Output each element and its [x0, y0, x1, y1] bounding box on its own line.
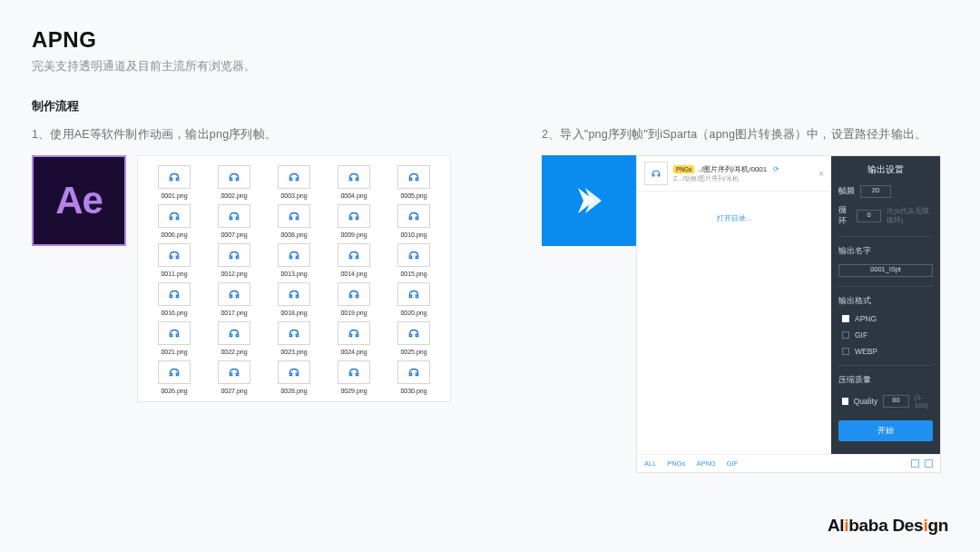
page-subtitle: 完美支持透明通道及目前主流所有浏览器。: [32, 58, 948, 74]
file-name: 0008.png: [280, 232, 307, 238]
file-name: 0014.png: [340, 271, 367, 277]
page-title: APNG: [32, 27, 948, 53]
file-item[interactable]: 0006.png: [149, 204, 200, 238]
file-item[interactable]: 0025.png: [388, 321, 439, 355]
ae-logo-text: Ae: [55, 179, 103, 222]
headphones-icon: [158, 321, 191, 345]
file-item[interactable]: 0011.png: [149, 243, 200, 277]
quality-input[interactable]: 80: [883, 395, 909, 408]
brand-label: Alibaba Design: [828, 516, 948, 536]
file-name: 0024.png: [340, 349, 367, 355]
file-name: 0011.png: [161, 271, 187, 277]
loop-label: 循环: [838, 205, 851, 227]
file-name: 0030.png: [400, 388, 426, 394]
file-item[interactable]: 0010.png: [388, 204, 439, 238]
filter-pngs[interactable]: PNGs: [667, 459, 685, 468]
headphones-icon: [158, 165, 191, 189]
headphones-icon: [218, 165, 250, 189]
webp-checkbox[interactable]: [842, 348, 849, 355]
headphones-icon: [218, 243, 250, 267]
file-item[interactable]: 0028.png: [269, 360, 319, 394]
headphones-icon: [218, 360, 250, 384]
fps-label: 帧频: [838, 186, 855, 197]
start-button[interactable]: 开始: [838, 420, 933, 441]
file-item[interactable]: 0003.png: [269, 165, 319, 199]
isparta-logo: [542, 155, 636, 246]
fmt-apng: APNG: [855, 314, 877, 323]
file-item[interactable]: 0005.png: [388, 165, 439, 199]
file-name: 0023.png: [280, 349, 307, 355]
headphones-icon: [278, 360, 310, 384]
open-directory-link[interactable]: 打开目录...: [637, 192, 831, 454]
headphones-icon: [158, 360, 191, 384]
quality-name: Quality: [854, 397, 877, 406]
file-name: 0016.png: [161, 310, 187, 316]
headphones-icon: [158, 282, 191, 306]
headphones-icon: [158, 243, 191, 267]
isparta-list-item[interactable]: PNGs../图片序列/耳机/0001 ⟳ Z.../动效/图片序列/耳机 ×: [637, 156, 831, 192]
gif-checkbox[interactable]: [842, 331, 849, 339]
file-item[interactable]: 0027.png: [209, 360, 260, 394]
file-item[interactable]: 0029.png: [328, 360, 379, 394]
fps-input[interactable]: 20: [860, 185, 891, 198]
file-name: 0028.png: [280, 388, 307, 394]
item-remove-icon[interactable]: ×: [818, 169, 824, 179]
file-name: 0027.png: [220, 388, 247, 394]
headphones-icon: [278, 243, 310, 267]
file-item[interactable]: 0012.png: [209, 243, 260, 277]
file-name: 0018.png: [280, 310, 307, 316]
apng-checkbox[interactable]: [842, 315, 849, 322]
headphones-icon: [278, 204, 310, 228]
file-item[interactable]: 0030.png: [388, 360, 439, 394]
file-item[interactable]: 0023.png: [269, 321, 319, 355]
file-item[interactable]: 0022.png: [209, 321, 260, 355]
file-item[interactable]: 0008.png: [269, 204, 319, 238]
output-name-input[interactable]: 0001_iSpt: [838, 264, 933, 277]
step-2: 2、导入"png序列帧"到iSparta（apng图片转换器）中，设置路径并输出…: [542, 127, 948, 473]
file-item[interactable]: 0024.png: [328, 321, 379, 355]
file-item[interactable]: 0004.png: [328, 165, 379, 199]
headphones-icon: [278, 282, 310, 306]
quality-checkbox[interactable]: [842, 398, 848, 405]
file-item[interactable]: 0026.png: [149, 360, 200, 394]
file-name: 0022.png: [220, 349, 247, 355]
isparta-footer: ALL PNGs APNG GIF: [637, 454, 940, 472]
filter-all[interactable]: ALL: [644, 459, 656, 468]
filter-apng[interactable]: APNG: [696, 459, 715, 468]
filter-gif[interactable]: GIF: [727, 459, 739, 468]
item-path: ../图片序列/耳机/0001: [697, 165, 767, 173]
file-item[interactable]: 0019.png: [328, 282, 379, 316]
headphones-icon: [158, 204, 191, 228]
file-item[interactable]: 0013.png: [269, 243, 319, 277]
loop-input[interactable]: 0: [857, 210, 881, 222]
quality-hint: (0-100): [915, 393, 933, 409]
file-item[interactable]: 0017.png: [209, 282, 260, 316]
fmt-webp: WEBP: [855, 347, 877, 356]
footer-icon-2[interactable]: [925, 459, 933, 468]
step-1-text: 1、使用AE等软件制作动画，输出png序列帧。: [32, 127, 451, 143]
headphones-icon: [278, 165, 310, 189]
file-item[interactable]: 0018.png: [269, 282, 319, 316]
headphones-icon: [397, 360, 430, 384]
file-item[interactable]: 0015.png: [388, 243, 439, 277]
step-1: 1、使用AE等软件制作动画，输出png序列帧。 Ae 0001.png0002.…: [32, 127, 451, 473]
quality-label: 压缩质量: [838, 375, 933, 386]
headphones-icon: [397, 165, 430, 189]
file-item[interactable]: 0021.png: [149, 321, 200, 355]
headphones-icon: [397, 282, 430, 306]
file-item[interactable]: 0001.png: [149, 165, 200, 199]
file-item[interactable]: 0016.png: [149, 282, 200, 316]
file-name: 0002.png: [220, 192, 247, 199]
headphones-icon: [338, 282, 370, 306]
file-item[interactable]: 0002.png: [209, 165, 260, 199]
file-item[interactable]: 0009.png: [328, 204, 379, 238]
item-thumb: [644, 162, 668, 185]
item-refresh-icon[interactable]: ⟳: [773, 165, 779, 173]
footer-icon-1[interactable]: [911, 459, 919, 468]
headphones-icon: [397, 204, 430, 228]
settings-title: 输出设置: [838, 163, 933, 176]
file-item[interactable]: 0020.png: [388, 282, 439, 316]
headphones-icon: [397, 321, 430, 345]
file-item[interactable]: 0007.png: [209, 204, 260, 238]
file-item[interactable]: 0014.png: [328, 243, 379, 277]
